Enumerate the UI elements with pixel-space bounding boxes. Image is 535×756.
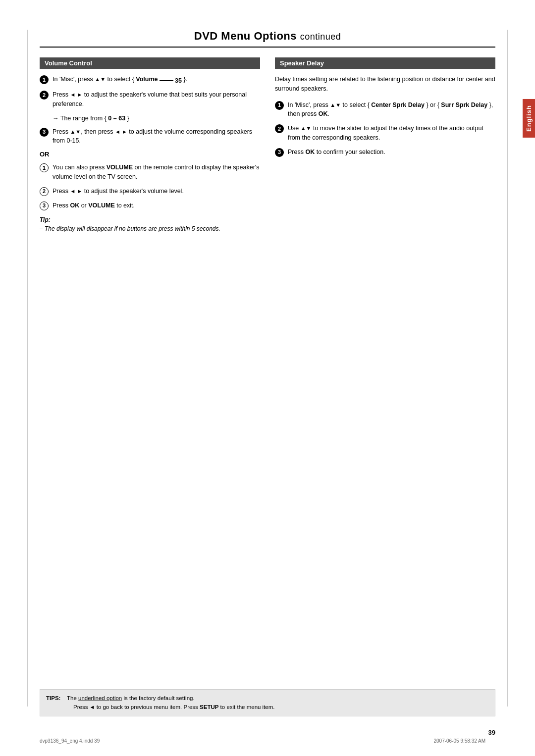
volume-step-2-text: Press ◄ ► to adjust the speaker's volume… <box>53 90 260 109</box>
volume-step-1-text: In 'Misc', press ▲▼ to select { Volume 3… <box>53 75 260 85</box>
tips-label: TIPS: <box>46 695 60 701</box>
or-step-num-3: 3 <box>40 202 49 210</box>
or-step-num-1: 1 <box>40 163 49 172</box>
speaker-delay-steps: 1 In 'Misc', press ▲▼ to select { Center… <box>275 101 495 157</box>
delay-step-2-text: Use ▲▼ to move the slider to adjust the … <box>288 124 495 143</box>
delay-step-num-3: 3 <box>275 148 284 157</box>
volume-control-section: Volume Control 1 In 'Misc', press ▲▼ to … <box>40 57 260 233</box>
volume-steps-list: 1 In 'Misc', press ▲▼ to select { Volume… <box>40 75 260 146</box>
volume-step-2-sub: The range from { 0 – 63 } <box>53 114 260 123</box>
volume-step-2: 2 Press ◄ ► to adjust the speaker's volu… <box>40 90 260 109</box>
bottom-tips-bar: TIPS: The underlined option is the facto… <box>40 689 495 716</box>
volume-or-step-3-text: Press OK or VOLUME to exit. <box>53 201 260 210</box>
delay-step-1: 1 In 'Misc', press ▲▼ to select { Center… <box>275 101 495 119</box>
speaker-delay-header: Speaker Delay <box>275 57 495 69</box>
step-num-2: 2 <box>40 91 49 100</box>
speaker-delay-section: Speaker Delay Delay times setting are re… <box>275 57 495 233</box>
or-separator: OR <box>40 151 260 158</box>
tips-line1: The underlined option is the factory def… <box>67 695 195 701</box>
volume-or-step-2: 2 Press ◄ ► to adjust the speaker's volu… <box>40 187 260 196</box>
delay-step-num-1: 1 <box>275 101 284 110</box>
volume-or-step-1-text: You can also press VOLUME on the remote … <box>53 163 260 182</box>
footer-date-info: 2007-06-05 9:58:32 AM <box>433 738 485 744</box>
delay-step-3-text: Press OK to confirm your selection. <box>288 148 495 157</box>
or-step-num-2: 2 <box>40 187 49 196</box>
speaker-delay-intro: Delay times setting are related to the l… <box>275 75 495 94</box>
volume-or-step-1: 1 You can also press VOLUME on the remot… <box>40 163 260 182</box>
content-columns: Volume Control 1 In 'Misc', press ▲▼ to … <box>40 57 495 233</box>
tips-line2: Press ◄ to go back to previous menu item… <box>73 704 275 710</box>
volume-control-header: Volume Control <box>40 57 260 69</box>
volume-or-step-3: 3 Press OK or VOLUME to exit. <box>40 201 260 210</box>
delay-step-3: 3 Press OK to confirm your selection. <box>275 148 495 157</box>
tip-text: – The display will disappear if no butto… <box>40 224 260 233</box>
delay-step-2: 2 Use ▲▼ to move the slider to adjust th… <box>275 124 495 143</box>
tip-label: Tip: <box>40 216 260 223</box>
page-title: DVD Menu Options continued <box>40 30 495 48</box>
step-num-1: 1 <box>40 75 49 84</box>
delay-step-1-text: In 'Misc', press ▲▼ to select { Center S… <box>288 101 495 119</box>
volume-step-1: 1 In 'Misc', press ▲▼ to select { Volume… <box>40 75 260 85</box>
step-num-3: 3 <box>40 128 49 137</box>
volume-step-3-text: Press ▲▼, then press ◄ ► to adjust the v… <box>53 127 260 146</box>
delay-step-num-2: 2 <box>275 124 284 133</box>
volume-or-steps-list: 1 You can also press VOLUME on the remot… <box>40 163 260 210</box>
footer-file-info: dvp3136_94_eng 4.indd 39 <box>40 738 100 744</box>
page-number: 39 <box>488 729 495 736</box>
tip-block: Tip: – The display will disappear if no … <box>40 216 260 233</box>
volume-step-3: 3 Press ▲▼, then press ◄ ► to adjust the… <box>40 127 260 146</box>
volume-or-step-2-text: Press ◄ ► to adjust the speaker's volume… <box>53 187 260 196</box>
